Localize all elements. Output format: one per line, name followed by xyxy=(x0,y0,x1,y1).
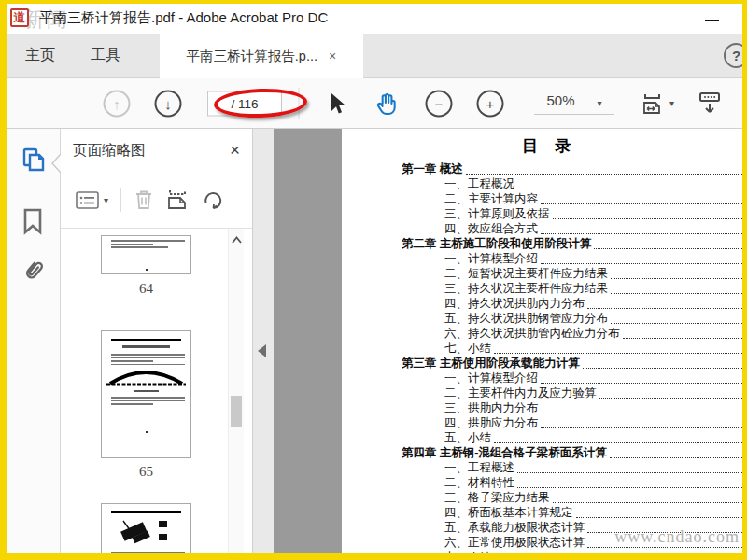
rotate-pages-button[interactable] xyxy=(202,189,224,211)
scrollbar-thumb[interactable] xyxy=(231,396,242,427)
toc-list: 第一章 概述一、工程概况二、主要计算内容三、计算原则及依据四、效应组合方式第二章… xyxy=(342,162,742,553)
bridge-figure xyxy=(106,369,186,387)
toc-entry: 一、计算模型介绍 xyxy=(342,252,742,267)
select-tool-icon[interactable] xyxy=(325,91,347,116)
panel-selected-notch xyxy=(51,154,61,173)
panel-toolbar: ▾ xyxy=(61,172,252,229)
chevron-down-icon: ▾ xyxy=(669,98,674,108)
thumbnails-panel: 页面缩略图 × ▾ xyxy=(61,129,253,553)
zoom-level-select[interactable]: 50% ▾ xyxy=(534,92,614,115)
zoom-in-button[interactable]: + xyxy=(477,90,504,117)
toc-entry: 一、计算模型介绍 xyxy=(342,371,742,386)
scroll-up-icon[interactable] xyxy=(232,236,242,244)
tab-bar: 主页 工具 平南三桥计算报告.p... × ? xyxy=(7,34,742,78)
help-icon[interactable]: ? xyxy=(724,43,747,68)
pdf-page: 目 录 第一章 概述一、工程概况二、主要计算内容三、计算原则及依据四、效应组合方… xyxy=(342,129,742,553)
zoom-out-button[interactable]: − xyxy=(426,90,453,117)
model-figure xyxy=(114,517,179,549)
toc-entry: 四、持久状况拱肋内力分布 xyxy=(342,297,742,312)
thumbnail-page-65[interactable] xyxy=(101,330,191,458)
hand-tool-icon[interactable] xyxy=(374,91,399,116)
toc-entry: 第四章 主桥钢-混组合格子梁桥面系计算 xyxy=(342,446,742,461)
delete-pages-button[interactable] xyxy=(134,189,154,211)
toc-entry: 三、持久状况主要杆件应力结果 xyxy=(342,282,742,297)
panel-close-icon[interactable]: × xyxy=(230,140,240,161)
toc-entry: 二、材料特性 xyxy=(342,476,742,491)
hide-toolbar-button[interactable] xyxy=(698,91,722,117)
thumbnail-page-64[interactable] xyxy=(101,235,191,274)
toc-entry: 五、小结 xyxy=(342,431,742,446)
tab-tools[interactable]: 工具 xyxy=(79,34,132,77)
page-number-input[interactable]: / 116 xyxy=(207,91,282,116)
navigation-rail xyxy=(7,129,61,553)
thumbnail-page-66[interactable] xyxy=(101,503,191,553)
toc-title: 目 录 xyxy=(342,135,742,157)
previous-page-button[interactable]: ↑ xyxy=(104,90,131,117)
acrobat-window: 新闻 道 平南三桥计算报告.pdf - Adobe Acrobat Pro DC… xyxy=(7,4,742,553)
fit-width-button[interactable]: ▾ xyxy=(641,91,674,116)
page-thumbnails-icon[interactable] xyxy=(21,147,47,175)
tab-home[interactable]: 主页 xyxy=(14,34,66,77)
collapse-left-icon[interactable] xyxy=(258,344,266,357)
tab-document[interactable]: 平南三桥计算报告.p... × xyxy=(160,34,363,78)
document-view[interactable]: 目 录 第一章 概述一、工程概况二、主要计算内容三、计算原则及依据四、效应组合方… xyxy=(274,129,742,553)
thumbnails-scrollbar[interactable] xyxy=(228,229,244,553)
toc-entry: 二、短暂状况主要杆件应力结果 xyxy=(342,267,742,282)
minimize-icon[interactable] xyxy=(705,20,719,21)
toc-entry: 一、工程概述 xyxy=(342,461,742,476)
bookmarks-icon[interactable] xyxy=(21,207,45,235)
site-watermark: www.cndao.com xyxy=(614,527,740,547)
crop-pages-button[interactable] xyxy=(166,189,190,211)
toc-entry: 四、效应组合方式 xyxy=(342,222,742,237)
title-bar: 新闻 道 平南三桥计算报告.pdf - Adobe Acrobat Pro DC xyxy=(7,4,742,34)
site-stamp-icon: 道 xyxy=(10,8,29,27)
thumbnail-list: 64 xyxy=(61,229,252,553)
thumbnail-label: 65 xyxy=(101,464,191,480)
fit-width-icon xyxy=(641,91,664,116)
toc-entry: 七、小结 xyxy=(342,551,742,553)
toc-entry: 第一章 概述 xyxy=(342,162,742,177)
panel-toolbar-divider xyxy=(120,188,121,212)
toc-entry: 四、拱肋应力分布 xyxy=(342,416,742,431)
screenshot-frame: 新闻 道 平南三桥计算报告.pdf - Adobe Acrobat Pro DC… xyxy=(0,0,747,560)
toc-entry: 一、工程概况 xyxy=(342,177,742,192)
thumbnail-options-button[interactable]: ▾ xyxy=(76,191,108,209)
toolbar: ↑ ↓ / 116 − + 50% ▾ ▾ xyxy=(7,78,742,129)
panel-collapse-strip[interactable] xyxy=(253,129,274,553)
options-list-icon xyxy=(76,191,99,209)
toc-entry: 第二章 主桥施工阶段和使用阶段计算 xyxy=(342,237,742,252)
trash-icon xyxy=(134,189,154,211)
rotate-icon xyxy=(202,189,224,211)
window-title: 平南三桥计算报告.pdf - Adobe Acrobat Pro DC xyxy=(39,9,328,27)
chevron-down-icon: ▾ xyxy=(104,195,108,205)
next-page-button[interactable]: ↓ xyxy=(155,90,182,117)
toc-entry: 六、持久状况拱肋管内砼应力分布 xyxy=(342,327,742,342)
panel-header: 页面缩略图 × xyxy=(61,129,252,172)
tab-document-label: 平南三桥计算报告.p... xyxy=(187,48,317,65)
chevron-down-icon: ▾ xyxy=(598,98,602,108)
attachments-icon[interactable] xyxy=(21,258,47,284)
main-area: 页面缩略图 × ▾ xyxy=(7,129,742,553)
toc-entry: 三、格子梁应力结果 xyxy=(342,491,742,506)
toc-entry: 四、桥面板基本计算规定 xyxy=(342,506,742,521)
toc-entry: 七、小结 xyxy=(342,342,742,357)
toc-entry: 五、持久状况拱肋钢管应力分布 xyxy=(342,312,742,327)
toc-entry: 二、主要计算内容 xyxy=(342,192,742,207)
crop-pages-icon xyxy=(166,189,190,211)
toc-entry: 第三章 主桥使用阶段承载能力计算 xyxy=(342,357,742,371)
toc-entry: 三、拱肋内力分布 xyxy=(342,401,742,416)
toolbar-collapse-icon xyxy=(698,91,722,117)
panel-title: 页面缩略图 xyxy=(73,141,230,161)
toc-entry: 三、计算原则及依据 xyxy=(342,207,742,222)
tab-close-icon[interactable]: × xyxy=(329,49,336,63)
thumbnail-label: 64 xyxy=(101,281,191,297)
toc-entry: 二、主要杆件内力及应力验算 xyxy=(342,386,742,401)
toolbar-divider xyxy=(299,88,300,119)
zoom-level-value: 50% xyxy=(546,92,574,108)
